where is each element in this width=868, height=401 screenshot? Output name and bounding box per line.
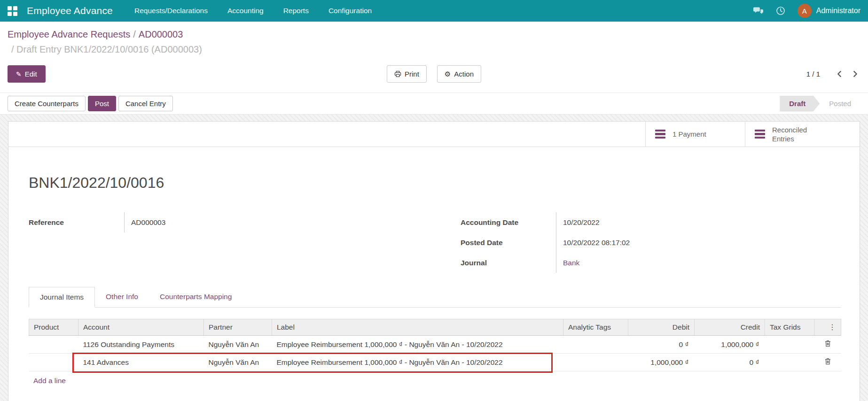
journal-items-table-wrap: Product Account Partner Label Analytic T… — [29, 319, 841, 385]
field-label-reference: Reference — [29, 218, 124, 227]
stat-button-row: 1 Payment Reconciled Entries — [8, 122, 860, 147]
record-title: BNK1/2022/10/0016 — [29, 174, 841, 192]
pager-counter: 1 / 1 — [806, 70, 820, 78]
status-steps: Draft Posted — [780, 96, 860, 112]
field-posted-date: Posted Date 10/20/2022 08:17:02 — [461, 232, 841, 253]
col-header-label[interactable]: Label — [272, 319, 563, 336]
delete-row-trash-icon[interactable] — [825, 340, 831, 347]
cell-tax-grids — [765, 354, 814, 371]
cell-debit: 1,000,000 ₫ — [628, 354, 695, 371]
col-header-product[interactable]: Product — [29, 319, 78, 336]
cell-partner: Nguyễn Văn An — [204, 336, 272, 354]
breadcrumb-link-record[interactable]: AD000003 — [139, 29, 183, 39]
col-header-partner[interactable]: Partner — [204, 319, 272, 336]
cell-label: Employee Reimbursement 1,000,000 ₫ - Ngu… — [272, 354, 563, 371]
field-journal: Journal Bank — [461, 253, 841, 273]
apps-menu-icon[interactable] — [8, 6, 17, 16]
field-value-reference: AD000003 — [124, 212, 409, 232]
col-header-credit[interactable]: Credit — [695, 319, 765, 336]
tab-counterparts-mapping[interactable]: Counterparts Mapping — [149, 287, 242, 308]
col-header-analytic-tags[interactable]: Analytic Tags — [563, 319, 628, 336]
cell-credit: 0 ₫ — [695, 354, 765, 371]
action-button[interactable]: ⚙ Action — [437, 65, 481, 83]
print-button[interactable]: Print — [387, 65, 427, 83]
cell-analytic-tags — [563, 336, 628, 354]
breadcrumb-separator: / — [133, 29, 136, 39]
top-navbar: Employee Advance Requests/Declarations A… — [0, 0, 868, 22]
col-header-debit[interactable]: Debit — [628, 319, 695, 336]
user-menu[interactable]: A Administrator — [798, 4, 860, 18]
field-value-journal-link[interactable]: Bank — [556, 253, 841, 273]
col-header-options: ⋮ — [814, 319, 841, 336]
pager-previous-icon[interactable] — [834, 69, 845, 79]
menu-accounting[interactable]: Accounting — [227, 7, 264, 15]
pencil-icon: ✎ — [16, 70, 22, 78]
cell-product — [29, 336, 78, 354]
delete-row-trash-icon[interactable] — [825, 358, 831, 365]
journal-items-table: Product Account Partner Label Analytic T… — [29, 319, 841, 371]
cell-account: 141 Advances — [78, 354, 204, 371]
table-row-highlighted[interactable]: 141 Advances Nguyễn Văn An Employee Reim… — [29, 354, 841, 371]
edit-button[interactable]: ✎ Edit — [8, 65, 46, 83]
column-options-kebab-icon[interactable]: ⋮ — [829, 323, 836, 332]
messages-icon[interactable] — [753, 7, 764, 15]
breadcrumb: Employee Advance Requests/AD000003 / Dra… — [0, 22, 868, 55]
printer-icon — [394, 70, 401, 77]
table-row[interactable]: 1126 Outstanding Payments Nguyễn Văn An … — [29, 336, 841, 354]
tab-journal-items[interactable]: Journal Items — [29, 287, 95, 308]
app-title: Employee Advance — [27, 5, 113, 16]
cell-label: Employee Reimbursement 1,000,000 ₫ - Ngu… — [272, 336, 563, 354]
avatar: A — [798, 4, 812, 18]
cell-product — [29, 354, 78, 371]
field-reference: Reference AD000003 — [29, 212, 409, 232]
journal-lines-icon — [655, 130, 665, 139]
notebook-tabs: Journal Items Other Info Counterparts Ma… — [29, 287, 841, 308]
user-name: Administrator — [816, 7, 860, 15]
field-label-posted-date: Posted Date — [461, 239, 556, 247]
breadcrumb-link-requests[interactable]: Employee Advance Requests — [8, 29, 130, 39]
statusbar: Create Counterparts Post Cancel Entry Dr… — [0, 93, 868, 115]
control-panel: ✎ Edit Print ⚙ Action 1 / 1 — [0, 55, 868, 93]
content-area: 1 Payment Reconciled Entries BNK1/2022/1… — [0, 115, 868, 401]
form-sheet: 1 Payment Reconciled Entries BNK1/2022/1… — [8, 121, 860, 401]
col-header-tax-grids[interactable]: Tax Grids — [765, 319, 814, 336]
cell-tax-grids — [765, 336, 814, 354]
menu-reports[interactable]: Reports — [283, 7, 309, 15]
payments-stat-button[interactable]: 1 Payment — [645, 122, 745, 147]
field-label-journal: Journal — [461, 259, 556, 267]
menu-requests-declarations[interactable]: Requests/Declarations — [134, 7, 208, 15]
field-group-left: Reference AD000003 — [29, 212, 409, 273]
menu-configuration[interactable]: Configuration — [328, 7, 372, 15]
pager-next-icon[interactable] — [850, 69, 860, 79]
status-step-posted[interactable]: Posted — [820, 96, 860, 112]
cell-credit: 1,000,000 ₫ — [695, 336, 765, 354]
col-header-account[interactable]: Account — [78, 319, 204, 336]
topbar-right: A Administrator — [753, 4, 860, 18]
field-value-accounting-date: 10/20/2022 — [556, 212, 841, 232]
cell-account: 1126 Outstanding Payments — [78, 336, 204, 354]
cell-analytic-tags — [563, 354, 628, 371]
add-a-line-link[interactable]: Add a line — [29, 371, 66, 385]
gear-icon: ⚙ — [445, 70, 451, 77]
field-label-accounting-date: Accounting Date — [461, 218, 556, 227]
tab-other-info[interactable]: Other Info — [95, 287, 149, 308]
cell-partner: Nguyễn Văn An — [204, 354, 272, 371]
activities-clock-icon[interactable] — [776, 6, 785, 15]
reconciled-entries-stat-button[interactable]: Reconciled Entries — [745, 122, 860, 147]
cell-debit: 0 ₫ — [628, 336, 695, 354]
create-counterparts-button[interactable]: Create Counterparts — [8, 96, 86, 111]
field-groups: Reference AD000003 Accounting Date 10/20… — [29, 212, 841, 273]
field-group-right: Accounting Date 10/20/2022 Posted Date 1… — [461, 212, 841, 273]
cancel-entry-button[interactable]: Cancel Entry — [118, 96, 173, 111]
journal-lines-icon — [755, 130, 765, 139]
field-accounting-date: Accounting Date 10/20/2022 — [461, 212, 841, 232]
post-button[interactable]: Post — [88, 96, 116, 111]
breadcrumb-current-page: / Draft Entry BNK1/2022/10/0016 (AD00000… — [8, 43, 860, 55]
table-header-row: Product Account Partner Label Analytic T… — [29, 319, 841, 336]
status-step-draft[interactable]: Draft — [780, 96, 820, 112]
field-value-posted-date: 10/20/2022 08:17:02 — [556, 232, 841, 253]
main-menu: Requests/Declarations Accounting Reports… — [134, 7, 372, 15]
